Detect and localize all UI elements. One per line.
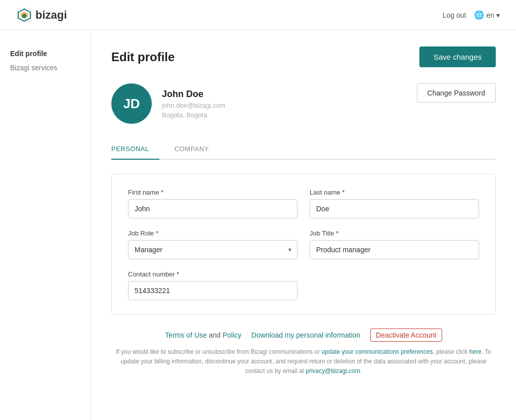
sidebar-item-bizagi-services[interactable]: Bizagi services [10, 61, 80, 75]
last-name-input[interactable] [310, 199, 479, 218]
and-text: and [209, 331, 223, 339]
job-row: Job Role * Manager Developer Designer An… [128, 229, 479, 259]
change-password-button[interactable]: Change Password [417, 83, 496, 103]
contact-placeholder [310, 270, 479, 300]
profile-info: John Doe john.doe@bizagi.com Bogota, Bog… [162, 89, 225, 119]
here-link[interactable]: here [469, 348, 482, 355]
last-name-label: Last name * [310, 189, 479, 196]
job-title-label: Job Title * [310, 229, 479, 237]
tab-company[interactable]: COMPANY [175, 140, 219, 160]
language-selector[interactable]: 🌐 en ▾ [474, 10, 500, 20]
name-row: First name * Last name * [128, 189, 479, 218]
job-role-group: Job Role * Manager Developer Designer An… [128, 229, 297, 259]
contact-number-group: Contact number * [128, 270, 297, 300]
sidebar: Edit profile Bizagi services [0, 30, 91, 420]
profile-section: JD John Doe john.doe@bizagi.com Bogota, … [111, 83, 496, 124]
main-content: Edit profile Save changes JD John Doe jo… [91, 30, 516, 420]
update-preferences-link[interactable]: update your communications preferences [321, 348, 433, 355]
layout: Edit profile Bizagi services Edit profil… [0, 30, 516, 420]
profile-name: John Doe [162, 89, 225, 100]
profile-detail: Bogota, Bogota [162, 111, 225, 119]
job-role-select[interactable]: Manager Developer Designer Analyst Direc… [128, 240, 297, 259]
form-card: First name * Last name * Job Role * Mana… [111, 174, 496, 315]
logo: bizagi [16, 7, 67, 23]
header: bizagi Log out 🌐 en ▾ [0, 0, 516, 30]
profile-left: JD John Doe john.doe@bizagi.com Bogota, … [111, 83, 225, 124]
footer-note: If you would like to subscribe or unsubs… [111, 347, 496, 377]
privacy-email-link[interactable]: privacy@bizagi.com [306, 367, 360, 375]
chevron-down-icon: ▾ [496, 11, 500, 19]
contact-number-input[interactable] [128, 281, 297, 300]
profile-email: john.doe@bizagi.com [162, 102, 225, 109]
header-right: Log out 🌐 en ▾ [443, 10, 500, 20]
footer-links: Terms of Use and Policy Download my pers… [111, 331, 496, 339]
avatar-initials: JD [123, 96, 140, 112]
policy-link[interactable]: Policy [223, 331, 241, 339]
first-name-input[interactable] [128, 199, 297, 218]
last-name-group: Last name * [310, 189, 479, 218]
logo-text: bizagi [35, 9, 67, 22]
tab-personal[interactable]: PERSONAL [111, 140, 159, 160]
deactivate-account-link[interactable]: Deactivate Account [370, 329, 442, 342]
job-title-group: Job Title * [310, 229, 479, 259]
logo-icon [16, 7, 32, 23]
first-name-group: First name * [128, 189, 297, 218]
logout-link[interactable]: Log out [443, 11, 466, 19]
page-header: Edit profile Save changes [111, 46, 496, 67]
globe-icon: 🌐 [474, 10, 484, 20]
job-role-select-wrap: Manager Developer Designer Analyst Direc… [128, 240, 297, 259]
tabs: PERSONAL COMPANY [111, 140, 496, 160]
sidebar-item-edit-profile[interactable]: Edit profile [10, 46, 80, 61]
lang-label: en [486, 11, 494, 19]
save-changes-button[interactable]: Save changes [419, 46, 496, 67]
contact-number-label: Contact number * [128, 270, 297, 278]
job-role-label: Job Role * [128, 229, 297, 237]
download-info-link[interactable]: Download my personal information [251, 331, 361, 339]
page-title: Edit profile [111, 50, 175, 64]
contact-row: Contact number * [128, 270, 479, 300]
terms-link[interactable]: Terms of Use [165, 331, 206, 339]
avatar: JD [111, 83, 152, 124]
job-title-input[interactable] [310, 240, 479, 259]
first-name-label: First name * [128, 189, 297, 196]
